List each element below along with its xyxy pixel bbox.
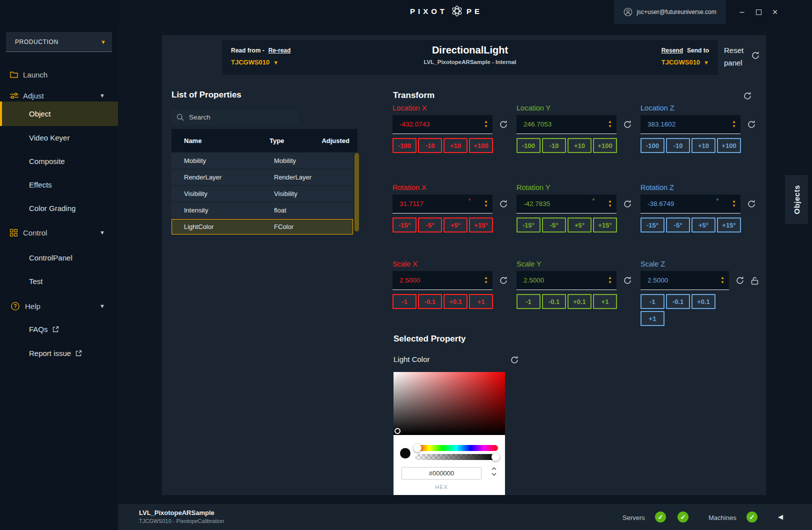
scale-x-step-button[interactable]: -1 xyxy=(392,294,416,309)
reset-panel-button[interactable]: Reset panel xyxy=(724,44,755,69)
sidebar-item-test[interactable]: Test xyxy=(0,270,118,293)
alpha-handle[interactable] xyxy=(492,453,500,461)
location-y-input[interactable]: 246.7053▲▼ xyxy=(516,115,616,134)
refresh-icon[interactable] xyxy=(747,200,756,208)
lock-open-icon[interactable] xyxy=(751,276,758,285)
sidebar-item-help[interactable]: ? Help ▼ xyxy=(0,298,118,314)
property-row-visibility[interactable]: VisibilityVisibility xyxy=(172,186,353,202)
stepper-arrows-icon[interactable]: ▲▼ xyxy=(732,199,736,208)
location-z-step-button[interactable]: +10 xyxy=(692,138,716,153)
read-from-machine-dropdown[interactable]: TJCGWS010 ▼ xyxy=(231,58,290,66)
stepper-arrows-icon[interactable]: ▲▼ xyxy=(608,199,612,208)
refresh-icon[interactable] xyxy=(751,51,760,60)
refresh-icon[interactable] xyxy=(623,200,632,208)
location-x-step-button[interactable]: -10 xyxy=(418,138,442,153)
refresh-icon[interactable] xyxy=(499,276,508,285)
properties-scrollbar[interactable] xyxy=(354,153,359,232)
stepper-arrows-icon[interactable]: ▲▼ xyxy=(484,120,488,128)
location-x-step-button[interactable]: +100 xyxy=(469,138,493,153)
scale-x-step-button[interactable]: -0.1 xyxy=(418,294,442,309)
hue-slider[interactable] xyxy=(415,445,498,451)
refresh-icon[interactable] xyxy=(623,276,632,285)
user-account-button[interactable]: jsc+user@futureuniverse.com xyxy=(614,0,726,24)
rotation-y-step-button[interactable]: -15° xyxy=(516,218,540,232)
location-y-step-button[interactable]: -100 xyxy=(516,138,540,153)
sidebar-item-composite[interactable]: Composite xyxy=(0,150,118,173)
location-x-input[interactable]: -432.0743▲▼ xyxy=(392,115,492,134)
stepper-arrows-icon[interactable]: ▲▼ xyxy=(484,276,488,284)
scale-x-step-button[interactable]: +1 xyxy=(469,294,493,309)
rotation-z-step-button[interactable]: -15° xyxy=(640,218,664,232)
stepper-arrows-icon[interactable]: ▲▼ xyxy=(720,276,724,284)
sidebar-item-effects[interactable]: Effects xyxy=(0,173,118,196)
scale-z-step-button[interactable]: -0.1 xyxy=(666,294,690,309)
rotation-y-input[interactable]: -42.7835°▲▼ xyxy=(516,194,616,214)
refresh-icon[interactable] xyxy=(743,92,752,100)
sidebar-item-faqs[interactable]: FAQs xyxy=(0,318,118,341)
rotation-y-step-button[interactable]: -5° xyxy=(542,218,566,232)
stepper-arrows-icon[interactable]: ▲▼ xyxy=(484,199,488,208)
scale-y-step-button[interactable]: +0.1 xyxy=(568,294,592,309)
rotation-z-step-button[interactable]: +5° xyxy=(692,218,716,232)
location-y-step-button[interactable]: +10 xyxy=(568,138,592,153)
rotation-z-step-button[interactable]: -5° xyxy=(666,218,690,232)
property-row-renderlayer[interactable]: RenderLayerRenderLayer xyxy=(172,170,353,185)
property-row-lightcolor[interactable]: LightColorFColor xyxy=(172,219,353,234)
scale-x-step-button[interactable]: +0.1 xyxy=(444,294,468,309)
location-z-step-button[interactable]: -10 xyxy=(666,138,690,153)
rotation-x-step-button[interactable]: -5° xyxy=(418,218,442,232)
saturation-handle[interactable] xyxy=(394,428,400,434)
alpha-slider[interactable] xyxy=(415,454,498,460)
sidebar-item-report-issue[interactable]: Report issue xyxy=(0,342,118,365)
sidebar-item-object[interactable]: Object xyxy=(0,102,118,126)
stepper-arrows-icon[interactable]: ▲▼ xyxy=(732,120,736,128)
stepper-arrows-icon[interactable]: ▲▼ xyxy=(608,120,612,128)
rotation-x-step-button[interactable]: +5° xyxy=(444,218,468,232)
location-y-step-button[interactable]: +100 xyxy=(593,138,617,153)
rotation-z-input[interactable]: -38.6749°▲▼ xyxy=(640,194,740,214)
refresh-icon[interactable] xyxy=(736,276,744,285)
objects-tab[interactable]: Objects xyxy=(785,175,808,224)
scale-x-input[interactable]: 2.5000▲▼ xyxy=(392,271,492,290)
location-x-step-button[interactable]: -100 xyxy=(392,138,416,153)
rotation-x-step-button[interactable]: +15° xyxy=(469,218,493,232)
refresh-icon[interactable] xyxy=(499,200,508,208)
location-z-step-button[interactable]: +100 xyxy=(717,138,741,153)
minimize-button[interactable]: – xyxy=(734,0,750,24)
close-button[interactable]: × xyxy=(767,0,783,24)
hex-input[interactable] xyxy=(402,468,481,479)
rotation-z-step-button[interactable]: +15° xyxy=(717,218,741,232)
property-row-intensity[interactable]: Intensityfloat xyxy=(172,202,353,218)
hex-stepper[interactable] xyxy=(492,467,496,476)
saturation-area[interactable] xyxy=(394,372,505,435)
maximize-button[interactable] xyxy=(750,0,766,24)
sidebar-item-controlpanel[interactable]: ControlPanel xyxy=(0,246,118,270)
refresh-icon[interactable] xyxy=(510,356,519,364)
scale-z-step-button[interactable]: -1 xyxy=(640,294,664,309)
collapse-statusbar-icon[interactable]: ◀ xyxy=(778,513,783,520)
scale-z-input[interactable]: 2.5000▲▼ xyxy=(640,271,729,290)
production-dropdown[interactable]: PRODUCTION ▼ xyxy=(6,32,112,52)
rotation-y-step-button[interactable]: +5° xyxy=(568,218,592,232)
location-z-step-button[interactable]: -100 xyxy=(640,138,664,153)
sidebar-item-launch[interactable]: Launch xyxy=(0,66,118,83)
resend-link[interactable]: Resend xyxy=(662,47,683,54)
refresh-icon[interactable] xyxy=(747,120,756,129)
refresh-icon[interactable] xyxy=(623,120,632,129)
rotation-x-step-button[interactable]: -15° xyxy=(392,218,416,232)
scale-y-step-button[interactable]: -0.1 xyxy=(542,294,566,309)
scale-y-step-button[interactable]: -1 xyxy=(516,294,540,309)
hue-handle[interactable] xyxy=(414,444,422,452)
property-search[interactable] xyxy=(172,110,299,125)
scale-y-input[interactable]: 2.5000▲▼ xyxy=(516,271,616,290)
rotation-y-step-button[interactable]: +15° xyxy=(593,218,617,232)
location-y-step-button[interactable]: -10 xyxy=(542,138,566,153)
rotation-x-input[interactable]: 31.7117°▲▼ xyxy=(392,194,492,214)
sidebar-item-color-grading[interactable]: Color Grading xyxy=(0,196,118,220)
reread-link[interactable]: Re-read xyxy=(268,47,291,54)
scale-z-step-button[interactable]: +1 xyxy=(640,311,664,326)
search-input[interactable] xyxy=(189,114,294,121)
sidebar-item-control[interactable]: Control ▼ xyxy=(0,224,118,241)
location-z-input[interactable]: 383.1602▲▼ xyxy=(640,115,740,134)
scale-z-step-button[interactable]: +0.1 xyxy=(692,294,716,309)
